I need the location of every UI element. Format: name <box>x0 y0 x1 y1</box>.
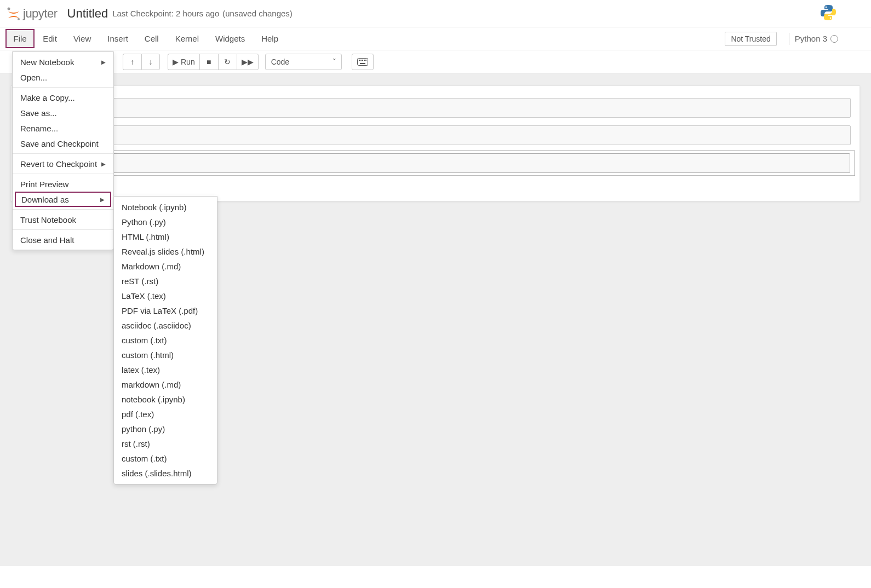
menu-item-label: Open... <box>20 73 47 82</box>
toolbar: ↑ ↓ ▶ Run ■ ↻ ▶▶ Code ˇ <box>0 50 871 73</box>
file-menu-revert-to-checkpoint[interactable]: Revert to Checkpoint▶ <box>13 156 113 171</box>
download-as-slides-slides-html[interactable]: slides (.slides.html) <box>114 466 217 481</box>
code-cell[interactable] <box>16 123 855 147</box>
download-as-reveal-js-slides-html[interactable]: Reveal.js slides (.html) <box>114 244 217 259</box>
file-menu-save-and-checkpoint[interactable]: Save and Checkpoint <box>13 136 113 151</box>
play-icon: ▶ <box>173 57 179 66</box>
menu-cell[interactable]: Cell <box>136 29 167 48</box>
cell-input[interactable] <box>21 153 850 173</box>
jupyter-text: jupyter <box>23 7 58 21</box>
caret-right-icon: ▶ <box>101 59 106 65</box>
svg-point-1 <box>18 18 20 20</box>
file-dropdown: New Notebook▶Open...Make a Copy...Save a… <box>12 51 114 250</box>
file-menu-make-a-copy[interactable]: Make a Copy... <box>13 90 113 105</box>
download-as-submenu: Notebook (.ipynb)Python (.py)HTML (.html… <box>113 196 217 485</box>
menu-file[interactable]: File <box>5 29 35 48</box>
command-palette-button[interactable] <box>352 54 374 70</box>
download-as-python-py[interactable]: python (.py) <box>114 422 217 436</box>
download-as-rst-rst[interactable]: rst (.rst) <box>114 436 217 451</box>
menu-divider <box>13 87 113 88</box>
celltype-value: Code <box>271 57 289 66</box>
svg-point-2 <box>826 7 827 8</box>
download-as-custom-txt[interactable]: custom (.txt) <box>114 333 217 348</box>
download-as-custom-html[interactable]: custom (.html) <box>114 348 217 362</box>
menu-item-label: Revert to Checkpoint <box>20 159 97 169</box>
menu-divider <box>13 153 113 154</box>
file-menu-open[interactable]: Open... <box>13 70 113 85</box>
menu-item-label: Save and Checkpoint <box>20 139 99 148</box>
notebook-title[interactable]: Untitled <box>67 7 108 21</box>
menu-divider <box>13 174 113 174</box>
menu-widgets[interactable]: Widgets <box>207 29 253 48</box>
download-as-latex-tex[interactable]: LaTeX (.tex) <box>114 289 217 303</box>
download-as-pdf-via-latex-pdf[interactable]: PDF via LaTeX (.pdf) <box>114 303 217 318</box>
run-label: Run <box>181 57 195 66</box>
header: jupyter Untitled Last Checkpoint: 2 hour… <box>0 0 871 27</box>
download-as-markdown-md[interactable]: markdown (.md) <box>114 377 217 392</box>
run-button[interactable]: ▶ Run <box>168 54 199 70</box>
svg-point-0 <box>8 7 10 10</box>
python-logo <box>820 4 837 23</box>
menu-divider <box>13 209 113 210</box>
cell-input[interactable] <box>20 98 851 118</box>
menu-item-label: Make a Copy... <box>20 93 75 102</box>
download-as-python-py[interactable]: Python (.py) <box>114 215 217 229</box>
interrupt-button[interactable]: ■ <box>199 54 218 70</box>
move-up-button[interactable]: ↑ <box>123 54 141 70</box>
jupyter-icon <box>7 6 21 21</box>
kernel-idle-icon <box>830 35 838 43</box>
file-menu-trust-notebook[interactable]: Trust Notebook <box>13 212 113 227</box>
kernel-indicator[interactable]: Python 3 <box>795 34 866 43</box>
move-down-button[interactable]: ↓ <box>141 54 160 70</box>
file-menu-rename[interactable]: Rename... <box>13 120 113 136</box>
download-as-html-html[interactable]: HTML (.html) <box>114 229 217 244</box>
download-as-custom-txt[interactable]: custom (.txt) <box>114 451 217 466</box>
download-as-markdown-md[interactable]: Markdown (.md) <box>114 259 217 274</box>
celltype-select[interactable]: Code ˇ <box>265 54 342 70</box>
download-as-asciidoc-asciidoc[interactable]: asciidoc (.asciidoc) <box>114 318 217 333</box>
menu-insert[interactable]: Insert <box>99 29 136 48</box>
menu-kernel[interactable]: Kernel <box>167 29 207 48</box>
file-menu-new-notebook[interactable]: New Notebook▶ <box>13 54 113 70</box>
svg-point-3 <box>830 18 832 19</box>
download-as-pdf-tex[interactable]: pdf (.tex) <box>114 407 217 422</box>
menu-item-label: Save as... <box>20 108 57 118</box>
file-menu-print-preview[interactable]: Print Preview <box>13 176 113 192</box>
caret-right-icon: ▶ <box>101 161 106 167</box>
menu-view[interactable]: View <box>65 29 99 48</box>
code-cell-selected[interactable] <box>16 151 855 176</box>
kernel-name: Python 3 <box>795 34 827 43</box>
download-as-notebook-ipynb[interactable]: Notebook (.ipynb) <box>114 200 217 215</box>
menu-item-label: Close and Halt <box>20 235 74 245</box>
trust-button[interactable]: Not Trusted <box>725 32 776 46</box>
jupyter-logo[interactable]: jupyter <box>7 6 58 21</box>
unsaved-label: (unsaved changes) <box>222 9 293 18</box>
keyboard-icon <box>357 58 368 66</box>
file-menu-close-and-halt[interactable]: Close and Halt <box>13 232 113 247</box>
svg-rect-10 <box>360 63 365 64</box>
menu-item-label: New Notebook <box>20 57 74 67</box>
download-as-notebook-ipynb[interactable]: notebook (.ipynb) <box>114 392 217 407</box>
menu-edit[interactable]: Edit <box>35 29 65 48</box>
separator <box>789 33 789 45</box>
stop-icon: ■ <box>207 57 211 66</box>
menu-item-label: Print Preview <box>20 180 68 189</box>
menu-item-label: Trust Notebook <box>20 215 76 224</box>
restart-button[interactable]: ↻ <box>218 54 237 70</box>
download-as-rest-rst[interactable]: reST (.rst) <box>114 274 217 289</box>
file-menu-save-as[interactable]: Save as... <box>13 105 113 120</box>
menu-divider <box>13 229 113 230</box>
menubar: File Edit View Insert Cell Kernel Widget… <box>0 27 871 50</box>
menu-item-label: Download as <box>21 195 69 204</box>
restart-run-all-button[interactable]: ▶▶ <box>237 54 259 70</box>
code-cell[interactable] <box>16 96 855 120</box>
chevron-down-icon: ˇ <box>333 57 336 66</box>
download-as-latex-tex[interactable]: latex (.tex) <box>114 362 217 377</box>
checkpoint-label: Last Checkpoint: 2 hours ago <box>112 9 219 18</box>
svg-rect-5 <box>359 60 360 61</box>
menu-help[interactable]: Help <box>253 29 286 48</box>
arrow-down-icon: ↓ <box>149 57 153 66</box>
file-menu-download-as[interactable]: Download as▶ <box>15 192 111 207</box>
fast-forward-icon: ▶▶ <box>242 57 254 66</box>
cell-input[interactable] <box>20 125 851 145</box>
